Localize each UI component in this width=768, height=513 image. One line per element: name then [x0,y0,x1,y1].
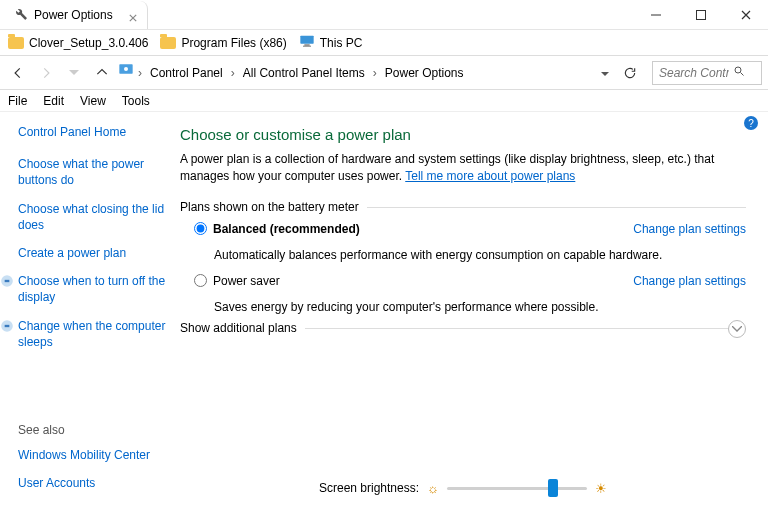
sun-dim-icon: ☼ [427,481,439,496]
svg-rect-12 [5,324,10,326]
bookmark-item[interactable]: Program Files (x86) [160,36,286,50]
svg-rect-3 [304,44,309,45]
svg-rect-4 [303,46,311,47]
brightness-label: Screen brightness: [319,481,419,495]
shield-icon [0,274,14,288]
bookmark-label: This PC [320,36,363,50]
bookmark-item[interactable]: This PC [299,34,363,51]
plan-power-saver[interactable]: Power saver [194,274,280,288]
show-additional-plans[interactable]: Show additional plans [180,321,305,335]
page-heading: Choose or customise a power plan [180,126,746,143]
back-button[interactable] [6,61,30,85]
menu-file[interactable]: File [8,94,27,108]
forward-button[interactable] [34,61,58,85]
search-icon[interactable] [733,65,745,80]
sidebar-link[interactable]: Choose what closing the lid does [18,201,170,233]
svg-rect-2 [300,36,313,44]
breadcrumb-item[interactable]: Control Panel [146,64,227,82]
browser-tab[interactable]: Power Options [4,1,148,29]
chevron-right-icon: › [231,66,235,80]
breadcrumb[interactable]: › Control Panel › All Control Panel Item… [118,63,592,82]
change-plan-settings-link[interactable]: Change plan settings [633,222,746,236]
maximize-button[interactable] [678,1,723,29]
shield-icon [0,319,14,333]
menu-edit[interactable]: Edit [43,94,64,108]
plan-balanced[interactable]: Balanced (recommended) [194,222,360,236]
refresh-button[interactable] [618,61,642,85]
up-button[interactable] [90,61,114,85]
search-box[interactable] [652,61,762,85]
see-also-link[interactable]: User Accounts [18,475,170,491]
svg-point-7 [735,67,741,73]
chevron-right-icon: › [373,66,377,80]
page-description: A power plan is a collection of hardware… [180,151,746,185]
bookmark-item[interactable]: Clover_Setup_3.0.406 [8,36,148,50]
chevron-right-icon: › [138,66,142,80]
svg-rect-1 [696,10,705,19]
plan-description: Saves energy by reducing your computer's… [180,298,746,314]
see-also-header: See also [18,423,170,437]
sun-bright-icon: ☀ [595,481,607,496]
learn-more-link[interactable]: Tell me more about power plans [405,169,575,183]
folder-icon [160,37,176,49]
plan-radio[interactable] [194,274,207,287]
search-input[interactable] [659,66,729,80]
sidebar-link[interactable]: Choose when to turn off the display [18,273,170,305]
folder-icon [8,37,24,49]
address-dropdown-icon[interactable] [596,66,614,80]
history-dropdown[interactable] [62,61,86,85]
control-panel-icon [118,63,134,82]
wrench-icon [12,5,28,24]
expand-icon[interactable] [728,320,746,338]
svg-point-6 [124,67,128,71]
bookmark-label: Clover_Setup_3.0.406 [29,36,148,50]
plan-name: Balanced (recommended) [213,222,360,236]
control-panel-home-link[interactable]: Control Panel Home [18,124,170,140]
close-tab-icon[interactable] [129,11,137,19]
sidebar-link[interactable]: Change when the computer sleeps [18,318,170,350]
plan-description: Automatically balances performance with … [180,246,746,262]
breadcrumb-item[interactable]: Power Options [381,64,468,82]
see-also-link[interactable]: Windows Mobility Center [18,447,170,463]
svg-line-8 [741,73,744,76]
plan-name: Power saver [213,274,280,288]
close-window-button[interactable] [723,1,768,29]
menu-tools[interactable]: Tools [122,94,150,108]
breadcrumb-item[interactable]: All Control Panel Items [239,64,369,82]
pc-icon [299,34,315,51]
plan-radio[interactable] [194,222,207,235]
plans-legend: Plans shown on the battery meter [180,200,367,214]
sidebar-link[interactable]: Choose what the power buttons do [18,156,170,188]
bookmark-label: Program Files (x86) [181,36,286,50]
minimize-button[interactable] [633,1,678,29]
svg-rect-10 [5,280,10,282]
change-plan-settings-link[interactable]: Change plan settings [633,274,746,288]
help-icon[interactable]: ? [744,116,758,130]
brightness-slider[interactable] [447,479,587,497]
slider-thumb[interactable] [548,479,558,497]
tab-title: Power Options [34,8,113,22]
sidebar-link[interactable]: Create a power plan [18,245,170,261]
menu-view[interactable]: View [80,94,106,108]
